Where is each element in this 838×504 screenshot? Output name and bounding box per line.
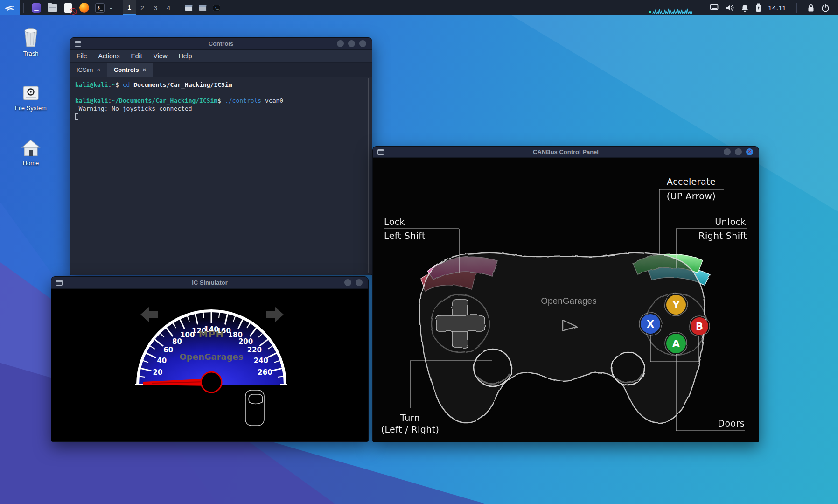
home-icon [8, 135, 53, 158]
desktop-icon-file-system[interactable]: File System [8, 80, 53, 112]
kali-menu-button[interactable] [0, 0, 20, 15]
terminal-line: kali@kali:~/Documents/Car_Hacking/ICSim$… [75, 97, 372, 105]
menu-item-file[interactable]: File [77, 52, 87, 60]
svg-text:60: 60 [163, 346, 173, 354]
terminal-output-line: Warning: No joysticks connected [75, 105, 372, 112]
speedometer: 20406080100120140160180200220240260 MPH … [51, 289, 369, 442]
top-panel: $_ ⌄ 1 2 3 4 ›_ [0, 0, 838, 15]
close-button[interactable] [359, 40, 366, 47]
svg-text:40: 40 [157, 357, 167, 365]
panel-separator [179, 3, 179, 13]
display-icon[interactable] [710, 4, 719, 12]
gauge-brand-label: OpenGarages [180, 352, 244, 362]
tab-label: Controls [114, 66, 139, 73]
workspace-3[interactable]: 3 [149, 0, 162, 15]
volume-icon[interactable] [725, 4, 734, 12]
tab-close-icon[interactable]: × [142, 66, 146, 73]
panel-separator [23, 3, 24, 13]
svg-text:20: 20 [153, 368, 163, 377]
label-unlock-key: Right Shift [675, 231, 747, 241]
label-lock-key: Left Shift [384, 231, 426, 241]
canbus-window-title: CANBus Control Panel [373, 148, 759, 155]
tab-icsim[interactable]: ICSim × [70, 63, 107, 77]
terminal-cursor-line [75, 112, 372, 120]
menu-item-edit[interactable]: Edit [131, 52, 142, 60]
trash-icon [8, 26, 53, 48]
terminal-window: Controls File Actions Edit View Help ICS… [70, 37, 372, 275]
svg-text:240: 240 [254, 357, 268, 365]
label-turn-key: (Left / Right) [375, 424, 445, 434]
launcher-bar: $_ ⌄ [28, 3, 115, 13]
label-lock: Lock [384, 217, 405, 227]
icsim-window-title: IC Simulator [51, 279, 368, 286]
workspace-2[interactable]: 2 [136, 0, 149, 15]
system-tray: 14:11 [648, 2, 838, 14]
gauge-unit-label: MPH [199, 329, 224, 340]
clock[interactable]: 14:11 [768, 4, 786, 12]
text-editor-icon[interactable] [63, 3, 73, 13]
power-icon[interactable] [821, 4, 830, 12]
terminal-window-title: Controls [70, 40, 372, 47]
desktop-icon-home[interactable]: Home [8, 135, 53, 167]
firefox-icon[interactable] [79, 3, 89, 13]
terminal-cursor [75, 113, 78, 120]
menu-item-actions[interactable]: Actions [98, 52, 120, 60]
label-accelerate-key: (UP Arrow) [657, 191, 725, 201]
tab-label: ICSim [77, 66, 93, 73]
battery-icon[interactable] [755, 3, 761, 12]
minimize-button[interactable] [344, 279, 351, 286]
terminal-launcher-icon[interactable]: $_ [95, 3, 105, 13]
canbus-titlebar[interactable]: CANBus Control Panel ✕ [373, 147, 759, 158]
button-x-label: X [647, 319, 654, 330]
svg-text:220: 220 [247, 346, 262, 354]
chevron-down-icon[interactable]: ⌄ [109, 5, 113, 11]
taskbar-window-icon[interactable] [185, 5, 193, 11]
right-stick [612, 352, 644, 385]
door-indicator-icon [245, 390, 264, 426]
network-monitor-graph [648, 2, 703, 14]
menu-item-view[interactable]: View [154, 52, 168, 60]
kali-logo-icon [4, 2, 15, 14]
workspace-1[interactable]: 1 [123, 0, 136, 15]
file-manager-icon[interactable] [47, 3, 57, 13]
desktop-icon-label: Trash [8, 50, 53, 57]
file-system-icon [8, 80, 53, 103]
maximize-button[interactable] [348, 40, 355, 47]
terminal-menubar: File Actions Edit View Help [70, 50, 372, 63]
desktop-icon-label: Home [8, 160, 53, 167]
button-b-label: B [696, 321, 703, 332]
taskbar-window-icon[interactable] [199, 5, 207, 11]
menu-item-help[interactable]: Help [179, 52, 192, 60]
terminal-line: kali@kali:~$ cd Documents/Car_Hacking/IC… [75, 81, 372, 89]
maximize-button[interactable] [735, 148, 742, 155]
desktop-icon-trash[interactable]: Trash [8, 26, 53, 57]
needle-hub [201, 372, 222, 392]
maximize-button[interactable] [356, 279, 363, 286]
tab-controls[interactable]: Controls × [107, 63, 153, 77]
terminal-content[interactable]: kali@kali:~$ cd Documents/Car_Hacking/IC… [70, 77, 372, 275]
minimize-button[interactable] [337, 40, 344, 47]
label-turn: Turn [375, 413, 445, 423]
icsim-content: 20406080100120140160180200220240260 MPH … [51, 289, 368, 442]
close-button[interactable]: ✕ [746, 148, 753, 155]
terminal-titlebar[interactable]: Controls [70, 38, 372, 50]
workspace-4[interactable]: 4 [162, 0, 175, 15]
tab-close-icon[interactable]: × [97, 66, 100, 73]
label-accelerate: Accelerate [657, 176, 725, 187]
app-launcher-icon[interactable] [31, 3, 42, 13]
canbus-window: CANBus Control Panel ✕ [372, 146, 759, 442]
panel-separator [119, 3, 119, 13]
left-stick [474, 349, 511, 386]
canbus-brand-label: OpenGarages [537, 296, 601, 306]
turn-signal-right-icon [266, 307, 284, 322]
icsim-titlebar[interactable]: IC Simulator [51, 277, 368, 289]
workspace-switcher: 1 2 3 4 [123, 0, 175, 15]
lock-icon[interactable] [807, 4, 815, 12]
canbus-content: Y X B A [373, 158, 759, 442]
desktop: $_ ⌄ 1 2 3 4 ›_ [0, 0, 838, 504]
taskbar-terminal-icon[interactable]: ›_ [213, 5, 220, 11]
minimize-button[interactable] [724, 148, 731, 155]
notification-bell-icon[interactable] [741, 4, 749, 12]
label-doors: Doors [690, 418, 745, 428]
svg-text:200: 200 [238, 337, 253, 346]
